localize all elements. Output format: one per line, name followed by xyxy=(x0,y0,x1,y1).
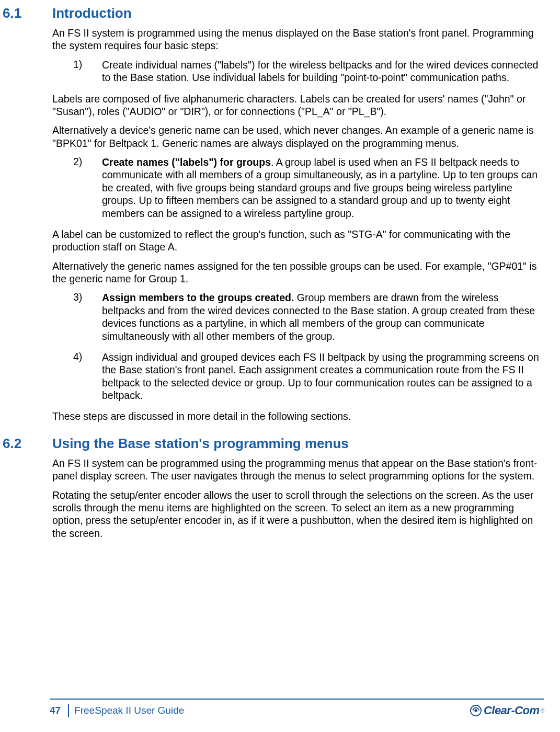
section-title: Introduction xyxy=(52,5,132,21)
list-text: Create names ("labels") for groups. A gr… xyxy=(102,156,544,220)
paragraph: These steps are discussed in more detail… xyxy=(52,410,544,422)
list-text: Assign individual and grouped devices ea… xyxy=(102,351,544,402)
page-footer: 47 FreeSpeak II User Guide Clear-Com ® xyxy=(0,699,560,717)
paragraph: An FS II system can be programmed using … xyxy=(52,457,544,483)
paragraph: Alternatively the generic names assigned… xyxy=(52,260,544,285)
list-item: 1)Create individual names ("labels") for… xyxy=(73,59,544,84)
section-title: Using the Base station's programming men… xyxy=(52,436,349,452)
brand-logo: Clear-Com ® xyxy=(470,704,544,717)
list-text: Assign members to the groups created. Gr… xyxy=(102,291,544,342)
section-number: 6.1 xyxy=(3,5,52,21)
footer-divider xyxy=(68,704,69,717)
footer-rule xyxy=(50,699,544,700)
svg-point-1 xyxy=(474,709,477,712)
list-number: 1) xyxy=(73,59,102,84)
list-number: 4) xyxy=(73,351,102,402)
paragraph: Rotating the setup/enter encoder allows … xyxy=(52,489,544,540)
page-number: 47 xyxy=(50,705,66,716)
list-item: 2)Create names ("labels") for groups. A … xyxy=(73,156,544,220)
section-number: 6.2 xyxy=(3,436,52,452)
list-number: 2) xyxy=(73,156,102,220)
registered-mark: ® xyxy=(541,708,544,714)
paragraph: A label can be customized to reflect the… xyxy=(52,228,544,254)
paragraph: Alternatively a device's generic name ca… xyxy=(52,124,544,150)
list-text: Create individual names ("labels") for t… xyxy=(102,59,544,84)
clearcom-icon xyxy=(470,705,482,716)
paragraph: Labels are composed of five alphanumeric… xyxy=(52,93,544,118)
section-heading: 6.1Introduction xyxy=(52,5,544,21)
paragraph: An FS II system is programmed using the … xyxy=(52,27,544,52)
list-number: 3) xyxy=(73,291,102,342)
section-heading: 6.2Using the Base station's programming … xyxy=(52,436,544,452)
guide-title: FreeSpeak II User Guide xyxy=(74,705,184,716)
list-item: 4)Assign individual and grouped devices … xyxy=(73,351,544,402)
brand-name: Clear-Com xyxy=(484,704,540,717)
list-item: 3)Assign members to the groups created. … xyxy=(73,291,544,342)
